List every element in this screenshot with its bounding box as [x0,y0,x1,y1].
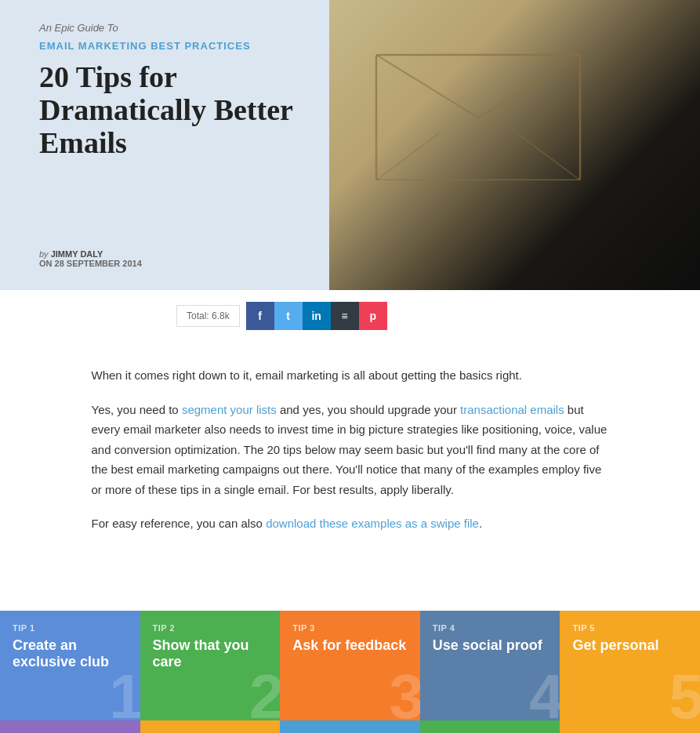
share-facebook-button[interactable]: f [246,302,274,330]
tip-4-title: Use social proof [433,637,548,655]
article-paragraph-1: When it comes right down to it, email ma… [92,365,609,386]
header-image [329,0,700,290]
tip-1-title: Create an exclusive club [13,637,128,671]
segment-lists-link[interactable]: segment your lists [182,403,277,416]
tip-card-8[interactable]: TIP 8Tell readers what to do next8 [280,720,420,734]
article-paragraph-3: For easy reference, you can also downloa… [92,513,609,534]
tip-card-10[interactable]: TIP 10Use the same subject line every ti… [560,720,700,734]
share-bar: Total: 6.8k f t in ≡ p [0,290,700,342]
tips-grid: TIP 1Create an exclusive club1TIP 2Show … [0,611,700,734]
tip-card-4[interactable]: TIP 4Use social proof4 [420,611,560,720]
envelope-illustration [361,24,611,180]
tip-card-6[interactable]: TIP 6Make conversion a habit6 [0,720,140,734]
svg-line-4 [517,133,580,180]
tip-card-2[interactable]: TIP 2Show that you care2 [140,611,281,720]
header-right [329,0,700,290]
tip-2-label: TIP 2 [153,623,268,633]
tips-section: TIP 1Create an exclusive club1TIP 2Show … [0,572,700,734]
article-body: When it comes right down to it, email ma… [76,342,625,572]
article-paragraph-2: Yes, you need to segment your lists and … [92,400,609,500]
share-buffer-button[interactable]: ≡ [331,302,359,330]
tip-card-9[interactable]: TIP 9Keep readers on their toes9 [420,720,560,734]
article-title: 20 Tips for Dramatically Better Emails [39,61,306,159]
share-pocket-button[interactable]: p [359,302,387,330]
tip-1-label: TIP 1 [13,623,128,633]
tip-card-3[interactable]: TIP 3Ask for feedback3 [280,611,420,720]
swipe-file-link[interactable]: download these examples as a swipe file [266,517,479,530]
svg-line-2 [478,55,580,118]
tip-2-title: Show that you care [153,637,268,671]
article-subtitle: An Epic Guide To [39,22,306,34]
tip-2-bg-number: 2 [249,666,281,720]
tip-3-bg-number: 3 [389,666,420,720]
tip-5-label: TIP 5 [572,623,687,633]
tip-4-bg-number: 4 [529,666,560,720]
tip-card-7[interactable]: TIP 7Include downloads7 [140,720,281,734]
author-by: by [39,249,49,259]
tip-5-bg-number: 5 [669,666,701,720]
share-twitter-button[interactable]: t [274,302,303,330]
svg-line-1 [376,55,478,118]
tip-1-bg-number: 1 [109,666,140,720]
tip-3-label: TIP 3 [292,623,408,633]
share-linkedin-button[interactable]: in [303,302,331,330]
header-left: An Epic Guide To EMAIL MARKETING BEST PR… [0,0,329,290]
transactional-emails-link[interactable]: transactional emails [460,403,564,416]
header-section: An Epic Guide To EMAIL MARKETING BEST PR… [0,0,700,290]
tip-5-title: Get personal [572,637,687,655]
article-category: EMAIL MARKETING BEST PRACTICES [39,40,306,52]
tip-card-5[interactable]: TIP 5Get personal5 [560,611,700,720]
tip-4-label: TIP 4 [433,623,548,633]
tip-3-title: Ask for feedback [292,637,408,655]
author-date: on 28 SEPTEMBER 2014 [39,259,306,268]
svg-line-3 [376,133,439,180]
share-total: Total: 6.8k [176,305,240,327]
author-name: JIMMY DALY [51,249,103,259]
tip-card-1[interactable]: TIP 1Create an exclusive club1 [0,611,140,720]
author-info: by JIMMY DALY on 28 SEPTEMBER 2014 [39,249,306,268]
